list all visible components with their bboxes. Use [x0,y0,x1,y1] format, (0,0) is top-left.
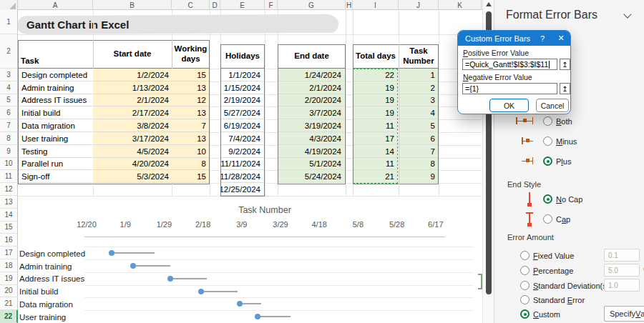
gantt-chart[interactable]: Task Number12/201/91/292/183/93/294/185/… [18,197,482,323]
error-bar[interactable] [201,291,238,292]
row-header-9[interactable]: 9 [0,145,18,158]
holiday-cell[interactable]: 7/4/2024 [221,132,263,145]
percentage-input[interactable]: 5.0 [604,264,640,277]
end-style-radio-cap[interactable] [543,214,552,224]
task-cell[interactable]: Parallel run [19,158,92,171]
column-header-H[interactable]: H [346,0,353,10]
end-date-cell[interactable]: 5/1/2024 [278,158,344,171]
start-date-cell[interactable]: 1/2/2024 [93,69,172,81]
task-number-cell[interactable]: 9 [399,170,438,183]
task-number-cell[interactable]: 7 [399,145,438,158]
column-header-A[interactable]: A [18,0,93,10]
task-cell[interactable]: Design completed [19,69,92,81]
row-header-20[interactable]: 20 [0,285,18,298]
task-number-cell[interactable]: 1 [399,69,438,81]
cancel-button[interactable]: Cancel [536,99,569,112]
working-days-cell[interactable]: 13 [172,132,209,145]
holiday-cell[interactable]: 11/11/2024 [221,158,263,171]
dialog-titlebar[interactable]: Custom Error Bars ? ✕ [458,31,570,46]
end-date-cell[interactable]: 4/3/2024 [278,132,344,145]
end-date-cell[interactable]: 5/24/2024 [278,170,344,183]
row-header-6[interactable]: 6 [0,106,18,119]
row-header-10[interactable]: 10 [0,158,18,171]
help-icon[interactable]: ? [533,34,552,43]
working-days-cell[interactable]: 15 [172,170,209,183]
row-header-4[interactable]: 4 [0,81,18,94]
row-header-21[interactable]: 21 [0,297,18,310]
total-days-cell[interactable]: 14 [353,145,397,158]
total-days-cell[interactable]: 21 [353,170,397,183]
data-point[interactable] [167,276,173,282]
holiday-cell[interactable]: 11/28/2024 [221,170,263,183]
direction-label-both[interactable]: Both [556,117,572,126]
fixed-value-input[interactable]: 0.1 [604,249,640,262]
error-bar[interactable] [112,252,155,254]
direction-radio-both[interactable] [543,116,552,126]
error-amount-radio-standard-error[interactable] [520,295,530,304]
error-amount-radio-fixed-value[interactable] [520,251,530,260]
error-amount-radio-custom[interactable] [520,309,530,319]
row-header-14[interactable]: 14 [0,209,18,222]
row-header-1[interactable]: 1 [0,10,18,34]
range-picker-icon[interactable]: ↥ [560,59,570,70]
task-number-cell[interactable]: 4 [399,106,438,119]
end-date-cell[interactable]: 2/1/2024 [278,81,344,94]
row-header-15[interactable]: 15 [0,222,18,234]
task-number-cell[interactable]: 2 [399,81,438,94]
range-picker-icon[interactable]: ↥ [560,83,570,94]
chart-selection-handle[interactable] [478,274,482,289]
error-amount-label-fixed-value[interactable]: Fixed Value [533,252,574,260]
column-header-C[interactable]: C [172,0,210,10]
working-days-cell[interactable]: 10 [172,145,209,158]
task-cell[interactable]: Data migration [19,119,92,132]
direction-radio-plus[interactable] [543,156,552,166]
holiday-cell[interactable]: 6/19/2024 [221,119,263,132]
start-date-cell[interactable]: 2/17/2024 [93,106,172,119]
error-bar[interactable] [170,278,208,279]
working-days-cell[interactable]: 15 [172,69,209,81]
row-header-19[interactable]: 19 [0,272,18,285]
task-cell[interactable]: Testing [19,145,92,158]
row-header-7[interactable]: 7 [0,119,18,132]
total-days-cell[interactable]: 11 [353,119,397,132]
working-days-cell[interactable]: 8 [172,158,209,171]
scroll-up-icon[interactable] [486,2,492,6]
end-style-radio-no-cap[interactable] [543,194,552,204]
end-date-cell[interactable]: 1/24/2024 [278,69,344,81]
start-date-cell[interactable]: 3/17/2024 [93,132,172,145]
error-bar[interactable] [258,316,291,317]
data-point[interactable] [198,289,204,294]
holiday-cell[interactable]: 2/19/2024 [221,94,263,107]
error-amount-label-percentage[interactable]: Percentage [533,267,573,275]
close-icon[interactable]: ✕ [552,34,570,43]
row-header-5[interactable]: 5 [0,94,18,107]
task-cell[interactable]: Initial build [19,106,92,119]
data-point[interactable] [255,314,260,319]
error-amount-label-standard-deviation-s-[interactable]: Standard Deviation(s) [533,282,609,290]
start-date-cell[interactable]: 4/5/2024 [93,145,172,158]
task-cell[interactable]: Address IT issues [19,94,92,107]
end-date-cell[interactable]: 2/20/2024 [278,94,344,107]
holiday-cell[interactable]: 1/1/2024 [221,69,263,81]
start-date-cell[interactable]: 2/1/2024 [93,94,172,107]
holiday-cell[interactable]: 1/15/2024 [221,81,263,94]
total-days-cell[interactable]: 11 [353,158,397,171]
task-cell[interactable]: Admin training [19,81,92,94]
start-date-cell[interactable]: 3/8/2024 [93,119,172,132]
error-amount-radio-percentage[interactable] [520,266,530,275]
column-header-D[interactable]: D [210,0,220,10]
column-header-K[interactable]: K [439,0,482,10]
start-date-cell[interactable]: 5/3/2024 [93,170,172,183]
data-point[interactable] [109,250,114,256]
row-header-12[interactable]: 12 [0,183,18,196]
end-date-cell[interactable]: 3/7/2024 [278,106,344,119]
task-number-cell[interactable]: 6 [399,132,438,145]
direction-radio-minus[interactable] [543,136,552,146]
standard-deviation-s--input[interactable]: 1.0 [604,279,640,292]
total-days-cell[interactable]: 19 [353,106,397,119]
working-days-cell[interactable]: 13 [172,106,209,119]
data-point[interactable] [237,301,243,307]
row-header-11[interactable]: 11 [0,170,18,183]
row-header-17[interactable]: 17 [0,247,18,259]
worksheet[interactable]: Gantt Chart in Excel Task Number12/201/9… [0,0,482,323]
